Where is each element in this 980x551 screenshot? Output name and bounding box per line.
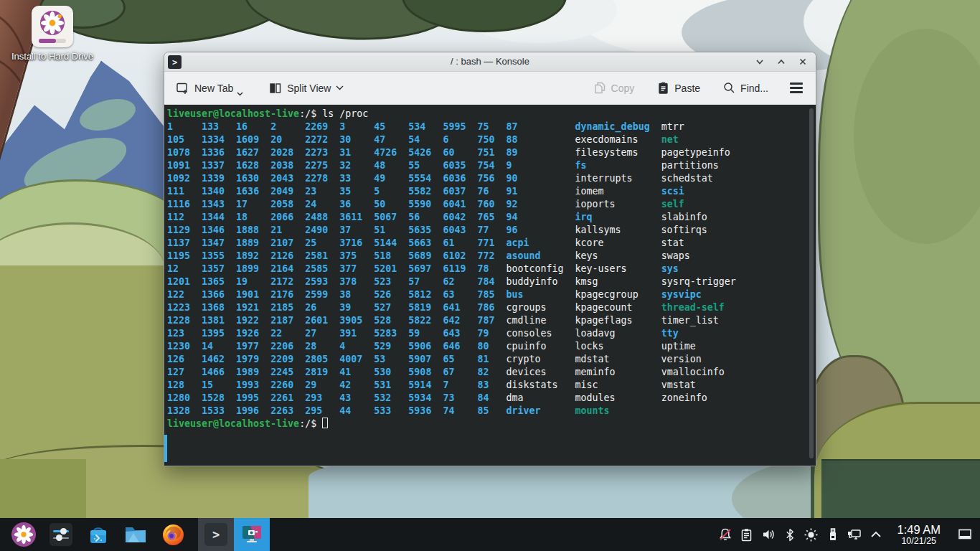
settings-sliders-icon [50,523,72,546]
screen-camera-icon [240,524,263,545]
paste-icon [657,82,669,94]
chevron-down-icon [336,85,344,90]
digital-clock[interactable]: 1:49 AM 10/21/25 [897,523,941,547]
terminal-output: liveuser@localhost-live:/$ ls /proc 1 13… [164,105,816,430]
konsole-task-button[interactable]: > [198,518,234,551]
desktop: 6x9=42 [0,0,980,551]
search-icon [723,82,735,94]
firefox-launcher[interactable] [156,518,189,551]
show-desktop-icon [958,528,972,541]
removable-device-button[interactable] [825,527,840,542]
show-desktop-button[interactable] [953,518,977,551]
toolbar: New Tab Split View Copy [164,72,816,105]
clock-time: 1:49 AM [897,523,941,536]
system-settings-launcher[interactable] [44,518,77,551]
terminal-activity-indicator [164,435,167,462]
wired-network-icon [847,527,862,542]
fedora-launcher-icon [11,522,36,547]
discover-launcher[interactable] [82,518,115,551]
install-shortcut-label: Install to Hard Drive [10,51,95,62]
hamburger-icon [790,83,803,84]
firefox-icon [161,523,185,547]
clipboard-icon [740,528,753,542]
terminal-cursor [322,418,328,428]
copy-button[interactable]: Copy [591,77,638,98]
terminal-scrollbar[interactable] [809,108,814,458]
chevron-down-icon [755,57,764,66]
brightness-sun-icon [804,527,819,542]
volume-button[interactable] [760,527,776,542]
paste-label: Paste [674,83,700,94]
field [0,459,86,524]
brightness-button[interactable] [804,527,819,542]
paste-button[interactable]: Paste [654,77,703,98]
bluetooth-icon [783,528,796,542]
install-to-hard-drive-shortcut[interactable]: Install to Hard Drive [10,6,95,62]
bluetooth-button[interactable] [782,527,797,542]
anaconda-flower-icon [39,9,66,37]
konsole-icon: > [204,523,227,546]
installer-icon [32,6,73,47]
titlebar[interactable]: > / : bash — Konsole [164,52,816,72]
find-button[interactable]: Find... [720,77,771,98]
clock-date: 10/21/25 [897,537,941,547]
application-launcher-button[interactable] [7,518,40,551]
discover-bag-icon [87,523,110,546]
chevron-up-icon [777,57,786,66]
system-tray: 1:49 AM 10/21/25 [717,518,980,551]
menu-button[interactable] [788,80,804,95]
split-view-icon [269,82,282,95]
chevron-up-icon [870,531,882,538]
close-button[interactable] [796,55,810,69]
new-tab-icon [176,81,189,95]
network-button[interactable] [847,527,862,542]
find-label: Find... [740,83,768,94]
copy-icon [594,82,606,94]
expand-tray-button[interactable] [868,527,883,542]
copy-label: Copy [611,83,635,94]
chevron-down-icon [237,92,243,96]
konsole-window: > / : bash — Konsole New Ta [164,52,816,466]
bell-muted-icon [718,527,732,542]
minimize-button[interactable] [753,55,767,69]
split-view-label: Split View [287,83,331,94]
notifications-dnd-button[interactable] [717,527,732,542]
taskbar: > [0,518,980,551]
window-title: / : bash — Konsole [164,56,816,67]
usb-stick-icon [826,527,839,542]
clipboard-button[interactable] [739,527,754,542]
close-icon [798,57,807,66]
folder-icon [123,523,148,546]
split-view-button[interactable]: Split View [266,77,347,99]
speaker-icon [761,527,776,542]
new-tab-button[interactable]: New Tab [173,77,248,99]
new-tab-label: New Tab [194,83,233,94]
installer-progress-bar [39,39,66,43]
maximize-button[interactable] [774,55,788,69]
terminal-view[interactable]: liveuser@localhost-live:/$ ls /proc 1 13… [164,105,816,466]
active-screen-capture-task-button[interactable] [234,518,270,551]
dolphin-file-manager-launcher[interactable] [119,518,152,551]
